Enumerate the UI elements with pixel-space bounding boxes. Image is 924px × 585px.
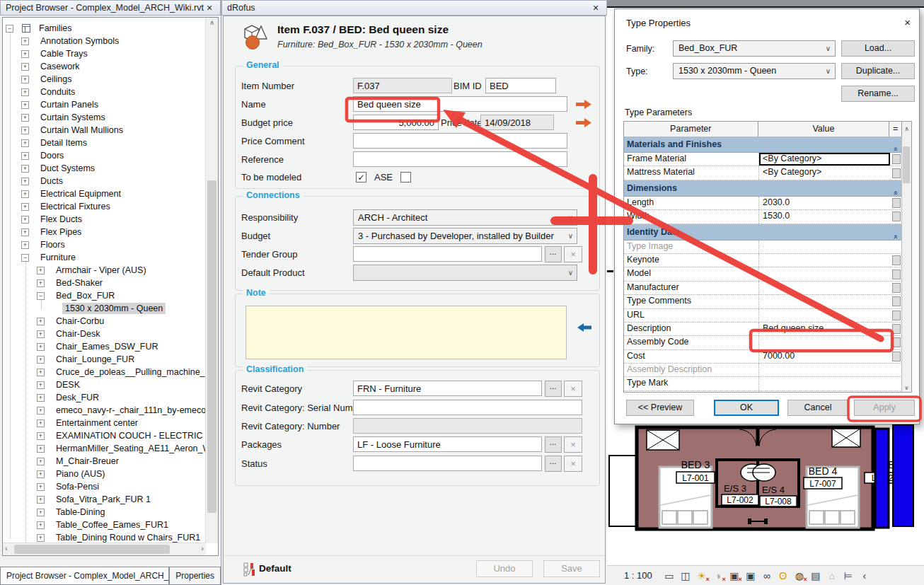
tree-item[interactable]: +Ducts (3, 175, 206, 187)
cancel-button[interactable]: Cancel (787, 400, 848, 416)
expand-icon[interactable]: + (21, 241, 29, 249)
expand-icon[interactable]: + (37, 369, 45, 376)
parameter-value[interactable]: 2030.0 (758, 197, 890, 209)
expand-icon[interactable]: + (21, 63, 29, 71)
associate-parameter-button[interactable] (892, 337, 901, 347)
browse-icon[interactable]: ••• (545, 436, 562, 453)
parameter-row[interactable]: Assembly Code (624, 336, 902, 349)
collapse-icon[interactable]: ‹ (857, 569, 872, 583)
expand-icon[interactable]: + (37, 343, 45, 351)
associate-parameter-button[interactable] (892, 168, 901, 178)
shadows-icon[interactable]: ◑× (711, 569, 725, 583)
tree-item[interactable]: +Curtain Wall Mullions (3, 124, 206, 137)
associate-parameter-button[interactable] (892, 311, 901, 320)
serial-number-field[interactable] (353, 400, 582, 415)
expand-icon[interactable]: + (37, 509, 45, 516)
parameter-row[interactable]: Keynote (624, 254, 902, 267)
parameter-group-row[interactable]: Dimensions» (624, 180, 902, 197)
parameter-row[interactable]: Mattress Material<By Category> (624, 166, 902, 180)
apply-button[interactable]: Apply (854, 400, 915, 416)
expand-icon[interactable]: + (37, 267, 45, 274)
associate-parameter-button[interactable] (892, 212, 901, 221)
tree-item[interactable]: +Curtain Systems (3, 111, 206, 124)
parameter-value[interactable] (758, 391, 890, 392)
expand-icon[interactable]: + (37, 521, 45, 529)
close-icon[interactable]: × (590, 2, 601, 13)
sync-to-revit-icon[interactable] (575, 99, 592, 110)
tree-item[interactable]: −Families (3, 22, 206, 35)
tree-item[interactable]: +Cable Trays (3, 47, 206, 60)
expand-icon[interactable]: + (21, 88, 29, 96)
parameter-row[interactable]: Frame Material<By Category> (624, 153, 902, 166)
parameter-row[interactable]: Width1530.0 (624, 210, 902, 224)
expand-icon[interactable]: + (37, 534, 45, 542)
browse-icon[interactable]: ••• (545, 456, 562, 472)
expand-icon[interactable]: + (37, 381, 45, 389)
rename-button[interactable]: Rename... (841, 86, 915, 102)
tree-item[interactable]: +Ceilings (3, 73, 206, 86)
tree-item[interactable]: +Table_Dining Round w Chairs_FUR1 (3, 531, 206, 543)
expand-icon[interactable]: + (21, 190, 29, 198)
tree-item[interactable]: +Duct Systems (3, 162, 206, 175)
price-comment-field[interactable] (353, 133, 567, 149)
name-field[interactable]: Bed queen size (353, 96, 567, 112)
price-date-field[interactable]: 14/09/2018 (480, 115, 554, 130)
parameter-value[interactable] (758, 254, 890, 267)
associate-parameter-button[interactable] (892, 283, 901, 293)
save-button[interactable]: Save (543, 560, 600, 577)
tree-item[interactable]: +Cruce_de_poleas__Pulling_machine_1550( (3, 366, 206, 378)
clear-icon[interactable]: × (564, 246, 582, 262)
associate-parameter-button[interactable] (892, 352, 901, 361)
duplicate-button[interactable]: Duplicate... (841, 63, 915, 79)
responsibility-select[interactable]: ARCH - Architect ∨ (353, 209, 577, 226)
reference-field[interactable] (353, 151, 567, 167)
parameter-value[interactable] (758, 241, 890, 253)
sync-from-revit-icon[interactable] (577, 323, 592, 332)
tree-item[interactable]: +Floors (3, 238, 206, 251)
tree-item[interactable]: +EXAMINATION COUCH - ELECTRIC (3, 429, 206, 442)
tree-item[interactable]: +Chair_Lounge_FUR (3, 353, 206, 366)
undo-button[interactable]: Undo (476, 560, 533, 577)
scroll-up-icon[interactable]: ∧ (206, 18, 218, 28)
tree-item[interactable]: +Annotation Symbols (3, 35, 206, 47)
tree-vertical-scrollbar[interactable]: ∧ (205, 18, 218, 543)
parameter-value[interactable] (758, 267, 890, 280)
browse-icon[interactable]: ••• (545, 381, 562, 397)
tree-item[interactable]: +Bed-Shaker (3, 277, 206, 289)
expand-icon[interactable]: + (37, 394, 45, 402)
associate-parameter-button[interactable] (892, 296, 901, 306)
tree-item[interactable]: +Detail Items (3, 137, 206, 149)
expand-icon[interactable]: + (37, 356, 45, 364)
sun-path-icon[interactable]: ☀× (695, 569, 709, 583)
tab-properties[interactable]: Properties (169, 567, 221, 585)
parameter-row[interactable]: URL (624, 309, 902, 323)
expand-icon[interactable]: + (21, 178, 29, 185)
scrollbar-thumb[interactable] (207, 180, 216, 513)
preview-button[interactable]: << Preview (626, 400, 694, 416)
associate-parameter-button[interactable] (892, 198, 901, 208)
expand-icon[interactable]: + (37, 458, 45, 465)
tab-project-browser[interactable]: Project Browser - Complex_Model_ARCH_Wi.… (0, 567, 169, 585)
tree-item[interactable]: +Doors (3, 149, 206, 162)
expand-icon[interactable]: + (37, 407, 45, 415)
associate-parameter-button[interactable] (892, 255, 901, 265)
associate-parameter-button[interactable] (892, 270, 901, 279)
status-field[interactable] (353, 456, 542, 471)
parameter-row[interactable]: drofus_item_number (624, 391, 902, 392)
expand-icon[interactable]: + (37, 432, 45, 440)
parameter-row[interactable]: Length2030.0 (624, 197, 902, 210)
crop-region-icon[interactable]: ▣ (744, 569, 758, 583)
parameter-value[interactable] (758, 377, 890, 390)
parameter-group-row[interactable]: Identity Data» (624, 224, 902, 241)
tree-item[interactable]: +Flex Ducts (3, 213, 206, 226)
scroll-up-icon[interactable]: ∧ (902, 122, 911, 137)
tree-item[interactable]: +Curtain Panels (3, 98, 206, 111)
tree-item[interactable]: +Flex Pipes (3, 226, 206, 238)
load-button[interactable]: Load... (841, 40, 915, 57)
temporary-hide-isolate-icon[interactable]: ∞ (760, 569, 774, 583)
tree-item[interactable]: +Piano (AUS) (3, 468, 206, 480)
parameter-value[interactable] (758, 336, 890, 349)
visual-style-icon[interactable]: ◫ (678, 569, 693, 583)
scroll-left-icon[interactable]: ‹ (5, 544, 8, 552)
parameter-value[interactable]: <By Category> (758, 153, 890, 166)
